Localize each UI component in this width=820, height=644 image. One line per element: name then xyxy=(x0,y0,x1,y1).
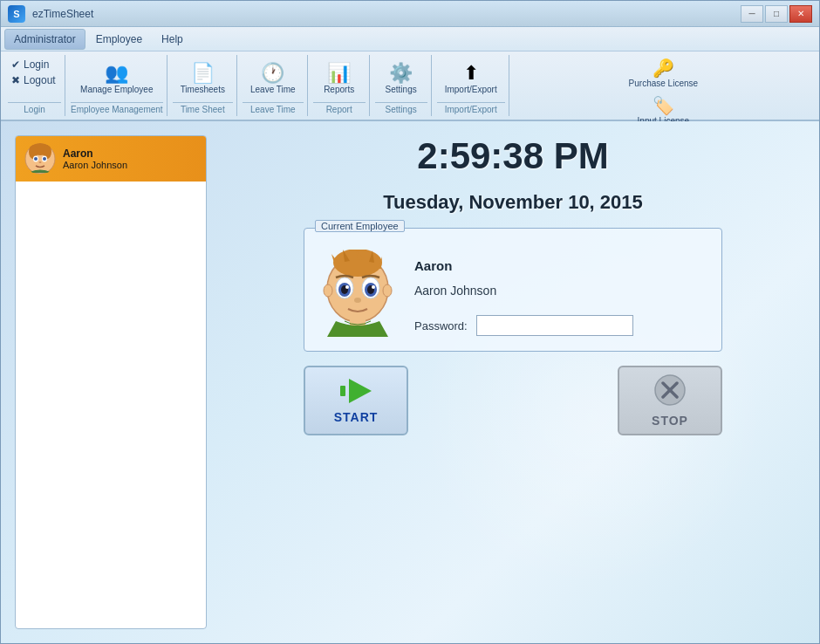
timesheets-icon: 📄 xyxy=(191,64,215,83)
menu-item-employee[interactable]: Employee xyxy=(87,30,151,49)
toolbar-section-top-reports: 📊 Reports xyxy=(313,55,366,102)
login-group: ✔ Login ✖ Logout Login xyxy=(4,55,65,116)
employee-management-label: Employee Management xyxy=(71,102,163,116)
svg-point-25 xyxy=(372,285,375,289)
password-label: Password: xyxy=(414,319,468,332)
toolbar-section-top-timesheets: 📄 Timesheets xyxy=(173,55,233,102)
settings-icon: ⚙️ xyxy=(389,64,413,83)
input-license-icon: 🏷️ xyxy=(653,95,674,116)
svg-point-6 xyxy=(34,157,38,161)
toolbar-section-employee-management: 👥 Manage Employee Employee Management xyxy=(67,55,167,116)
logout-button[interactable]: ✖ Logout xyxy=(8,72,61,88)
reports-button[interactable]: 📊 Reports xyxy=(313,59,366,99)
menu-bar: Administrator Employee Help xyxy=(1,27,819,51)
login-button[interactable]: ✔ Login xyxy=(8,57,61,72)
settings-button[interactable]: ⚙️ Settings xyxy=(375,59,427,99)
start-button[interactable]: START xyxy=(304,366,408,435)
card-employee-short-name: Aaron xyxy=(414,258,707,273)
maximize-button[interactable]: □ xyxy=(765,5,788,23)
toolbar-section-import-export: ⬆ Import/Export Import/Export xyxy=(434,55,509,116)
timesheets-button[interactable]: 📄 Timesheets xyxy=(173,59,233,99)
password-row: Password: xyxy=(414,315,707,336)
import-export-button[interactable]: ⬆ Import/Export xyxy=(437,59,505,99)
settings-label: Settings xyxy=(375,102,427,116)
menu-item-administrator[interactable]: Administrator xyxy=(4,29,85,50)
x-icon: ✖ xyxy=(11,74,20,86)
svg-point-17 xyxy=(383,284,392,297)
svg-point-7 xyxy=(43,157,46,161)
stop-button[interactable]: STOP xyxy=(618,366,722,435)
purchase-license-button[interactable]: 🔑 Purchase License xyxy=(623,55,705,91)
stop-icon xyxy=(654,374,686,408)
employee-card-avatar xyxy=(318,250,397,337)
timesheets-label: Time Sheet xyxy=(173,102,233,116)
svg-rect-28 xyxy=(340,386,345,396)
employee-full-name: Aaron Johnson xyxy=(63,160,127,170)
toolbar-section-settings: ⚙️ Settings Settings xyxy=(372,55,432,116)
password-input[interactable] xyxy=(476,315,633,336)
toolbar-section-timesheets: 📄 Timesheets Time Sheet xyxy=(169,55,237,116)
check-icon: ✔ xyxy=(11,58,20,71)
employee-card-info: Aaron Aaron Johnson Password: xyxy=(414,250,707,336)
close-button[interactable]: ✕ xyxy=(789,5,812,23)
import-export-icon: ⬆ xyxy=(463,64,479,83)
time-display: 2:59:38 PM xyxy=(417,135,608,177)
card-employee-full-name: Aaron Johnson xyxy=(414,284,707,298)
center-content: 2:59:38 PM Tuesday, November 10, 2015 Cu… xyxy=(221,135,805,629)
toolbar-section-top-import: ⬆ Import/Export xyxy=(437,55,505,102)
employee-card: Current Employee xyxy=(304,228,722,352)
employee-list: Aaron Aaron Johnson xyxy=(15,135,207,629)
leave-time-icon: 🕐 xyxy=(261,64,284,83)
svg-point-16 xyxy=(324,284,332,297)
minimize-button[interactable]: ─ xyxy=(741,5,763,23)
toolbar-section-top: 👥 Manage Employee xyxy=(71,55,163,102)
svg-point-26 xyxy=(354,298,361,303)
toolbar-section-reports: 📊 Reports Report xyxy=(310,55,370,116)
toolbar: ✔ Login ✖ Logout Login 👥 Manage Employee… xyxy=(1,51,819,121)
purchase-license-icon: 🔑 xyxy=(653,58,674,79)
date-display: Tuesday, November 10, 2015 xyxy=(383,191,643,214)
start-label: START xyxy=(334,410,379,424)
reports-label: Report xyxy=(313,102,366,116)
title-bar-controls: ─ □ ✕ xyxy=(741,5,812,23)
import-export-label: Import/Export xyxy=(437,102,505,116)
start-icon xyxy=(338,377,373,405)
stop-label: STOP xyxy=(652,414,688,428)
manage-employee-icon: 👥 xyxy=(105,64,128,83)
toolbar-section-top-settings: ⚙️ Settings xyxy=(375,55,427,102)
reports-icon: 📊 xyxy=(327,64,351,83)
window-title: ezTimeSheet xyxy=(32,8,93,20)
action-buttons: START STOP xyxy=(304,366,722,435)
manage-employee-button[interactable]: 👥 Manage Employee xyxy=(72,59,161,99)
employee-list-item[interactable]: Aaron Aaron Johnson xyxy=(16,136,206,182)
employee-card-content: Aaron Aaron Johnson Password: xyxy=(318,250,707,337)
toolbar-section-leave-time: 🕐 Leave Time Leave Time xyxy=(239,55,308,116)
employee-card-title: Current Employee xyxy=(315,220,405,232)
license-top: 🔑 Purchase License 🏷️ Input License xyxy=(515,55,812,128)
toolbar-section-top-leave: 🕐 Leave Time xyxy=(243,55,304,102)
title-bar-left: S ezTimeSheet xyxy=(8,5,93,23)
main-content: Aaron Aaron Johnson 2:59:38 PM Tuesday, … xyxy=(1,121,819,643)
employee-short-name: Aaron xyxy=(63,147,127,160)
svg-point-24 xyxy=(345,285,349,289)
title-bar: S ezTimeSheet ─ □ ✕ xyxy=(1,1,819,27)
employee-list-avatar xyxy=(24,143,56,175)
svg-point-8 xyxy=(39,161,42,163)
leave-time-label: Leave Time xyxy=(243,102,304,116)
leave-time-button[interactable]: 🕐 Leave Time xyxy=(243,59,304,99)
license-section: 🔑 Purchase License 🏷️ Input License Lice… xyxy=(511,55,816,116)
employee-info: Aaron Aaron Johnson xyxy=(63,147,127,170)
menu-item-help[interactable]: Help xyxy=(153,30,192,49)
app-icon: S xyxy=(8,5,25,23)
login-group-label: Login xyxy=(8,102,61,114)
svg-marker-29 xyxy=(349,379,372,403)
main-window: S ezTimeSheet ─ □ ✕ Administrator Employ… xyxy=(0,0,820,644)
